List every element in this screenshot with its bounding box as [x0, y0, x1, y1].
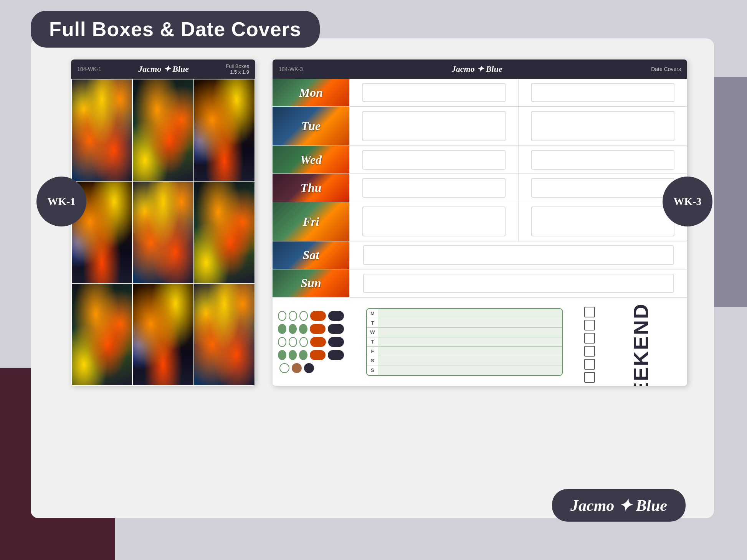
pill-orange-2 — [310, 324, 326, 334]
dot-stickers — [273, 298, 349, 386]
pill-orange-1 — [310, 311, 326, 321]
weekend-text-container: WEEKEND — [599, 303, 683, 386]
sheet-left-info-line1: Full Boxes — [226, 63, 249, 69]
dot-outline-2 — [289, 311, 297, 321]
row-thu: Thu — [273, 174, 687, 202]
row-tue: Tue — [273, 107, 687, 146]
sticker-cell-9 — [194, 283, 255, 385]
row-sun: Sun — [273, 269, 687, 297]
checkboxes-col — [584, 303, 595, 383]
date-cover-fri-2 — [531, 206, 674, 237]
dot-green-4 — [278, 350, 286, 360]
date-cover-tue-2 — [531, 111, 674, 141]
dot-outline-1 — [278, 311, 286, 321]
page-title: Full Boxes & Date Covers — [49, 18, 301, 40]
day-label-fri: Fri — [303, 215, 319, 229]
row-sat: Sat — [273, 241, 687, 269]
pill-orange-4 — [310, 350, 326, 360]
date-cover-sun — [363, 274, 674, 293]
dot-outline-6 — [299, 337, 308, 347]
tracker-label-t2: T — [367, 339, 378, 345]
sheet-left-info: Full Boxes 1.5 x 1.9 — [226, 63, 249, 75]
weekend-label: WEEKEND — [630, 303, 651, 386]
dot-green-2 — [289, 324, 297, 334]
footer-brand-badge: Jacmo ✦ Blue — [552, 489, 686, 522]
dot-green-6 — [299, 350, 307, 360]
title-banner: Full Boxes & Date Covers — [31, 11, 320, 48]
day-label-wed: Wed — [300, 153, 322, 167]
dot-outline-5 — [289, 337, 297, 347]
dot-outline-7 — [279, 363, 289, 373]
day-label-mon: Mon — [299, 86, 323, 100]
sheet-left-code: 184-WK-1 — [77, 66, 101, 72]
dot-green-5 — [289, 350, 297, 360]
day-label-tue: Tue — [301, 119, 321, 133]
tracker-line-t1 — [378, 318, 562, 327]
date-cover-fri-1 — [362, 206, 506, 237]
sticker-cell-5 — [132, 181, 193, 283]
dots-row-2 — [278, 324, 344, 334]
sheet-wk1: 184-WK-1 Jacmo ✦ Blue Full Boxes 1.5 x 1… — [71, 59, 255, 386]
sticker-cell-6 — [194, 181, 255, 283]
sticker-grid — [71, 79, 255, 386]
pill-dark-4 — [328, 350, 344, 360]
footer-brand-text: Jacmo ✦ Blue — [570, 497, 667, 514]
row-mon: Mon — [273, 79, 687, 107]
pill-dark-1 — [328, 311, 344, 321]
row-wed: Wed — [273, 146, 687, 174]
date-cover-thu-1 — [362, 178, 506, 198]
sheet-right-code: 184-WK-3 — [279, 66, 303, 72]
tracker-label-s1: S — [367, 358, 378, 363]
pill-dark-2 — [328, 324, 344, 334]
dot-dark-1 — [304, 363, 314, 373]
wk1-badge: WK-1 — [36, 177, 86, 226]
dot-outline-4 — [278, 337, 286, 347]
checkbox-3 — [584, 333, 595, 344]
sheet-wk3: 184-WK-3 Jacmo ✦ Blue Date Covers Mon — [273, 59, 687, 386]
day-label-thu: Thu — [300, 181, 321, 195]
sheet-left-header: 184-WK-1 Jacmo ✦ Blue Full Boxes 1.5 x 1… — [71, 59, 255, 79]
tracker-label-w: W — [367, 329, 378, 335]
sheet-left-info-line2: 1.5 x 1.9 — [226, 69, 249, 75]
date-cover-wed-1 — [362, 150, 506, 170]
sheet-left-brand: Jacmo ✦ Blue — [138, 64, 189, 74]
mini-tracker: M T W T F — [349, 298, 580, 386]
checkbox-1 — [584, 307, 595, 317]
checkbox-5 — [584, 359, 595, 370]
tracker-line-s2 — [378, 365, 562, 375]
date-cover-sat — [363, 245, 674, 265]
wk3-label: WK-3 — [673, 195, 701, 208]
tracker-line-f — [378, 347, 562, 356]
date-cover-mon-1 — [362, 83, 506, 102]
tracker-label-m: M — [367, 311, 378, 316]
dot-outline-3 — [299, 311, 308, 321]
sticker-cell-1 — [71, 79, 132, 181]
dots-row-3 — [278, 337, 344, 347]
date-cover-mon-2 — [531, 83, 674, 102]
date-cover-thu-2 — [531, 178, 674, 198]
tracker-line-w — [378, 328, 562, 337]
tracker-line-t2 — [378, 337, 562, 347]
pill-dark-3 — [328, 337, 344, 347]
date-cover-wed-2 — [531, 150, 674, 170]
wk1-label: WK-1 — [47, 195, 75, 208]
tracker-label-t1: T — [367, 320, 378, 326]
sheet-right-header: 184-WK-3 Jacmo ✦ Blue Date Covers — [273, 59, 687, 79]
tracker-line-s1 — [378, 356, 562, 365]
days-container: Mon Tue — [273, 79, 687, 297]
wk3-badge: WK-3 — [663, 177, 712, 226]
tracker-label-s2: S — [367, 367, 378, 373]
sticker-cell-8 — [132, 283, 193, 385]
day-label-sat: Sat — [303, 248, 319, 262]
checkbox-2 — [584, 320, 595, 330]
sheet-right-brand: Jacmo ✦ Blue — [452, 64, 502, 74]
dots-row-5 — [278, 363, 344, 373]
sticker-cell-2 — [132, 79, 193, 181]
tracker-label-f: F — [367, 349, 378, 354]
dots-row-4 — [278, 350, 344, 360]
sticker-cell-7 — [71, 283, 132, 385]
row-fri: Fri — [273, 202, 687, 241]
tracker-grid: M T W T F — [366, 308, 562, 376]
dots-row-1 — [278, 311, 344, 321]
dot-brown-1 — [292, 363, 302, 373]
